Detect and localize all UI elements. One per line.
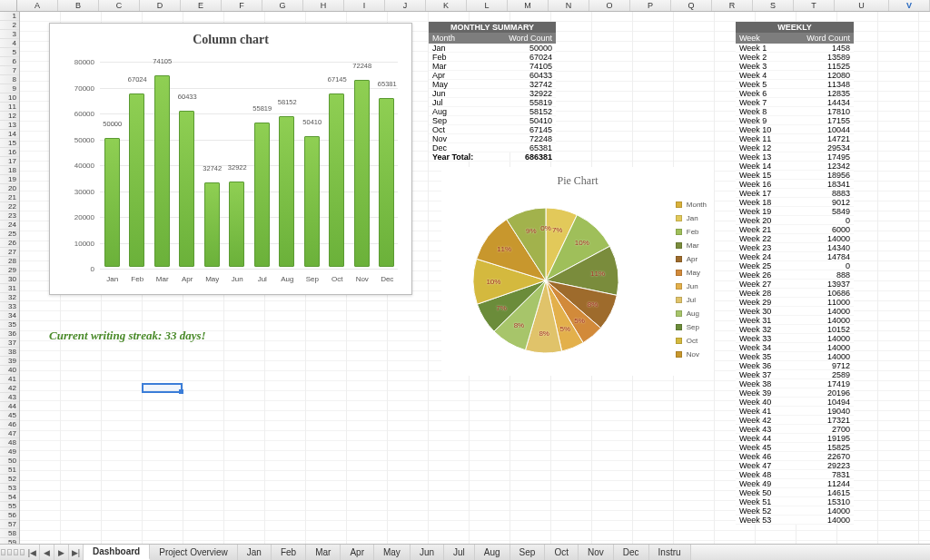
row-header-7[interactable]: 7 [0, 66, 19, 75]
table-row[interactable]: Week 189012 [736, 198, 854, 207]
column-header-J[interactable]: J [385, 0, 426, 11]
tab-nav-prev[interactable]: ◀ [40, 545, 54, 560]
table-row[interactable]: Week 1618341 [736, 180, 854, 189]
column-header-L[interactable]: L [467, 0, 508, 11]
table-row[interactable]: Week 2214000 [736, 234, 854, 243]
sheet-tab-instru[interactable]: Instru [649, 545, 691, 560]
table-row[interactable]: Week 487831 [736, 470, 854, 479]
column-header-H[interactable]: H [303, 0, 344, 11]
row-header-35[interactable]: 35 [0, 320, 19, 329]
select-all-corner[interactable] [0, 0, 17, 11]
row-header-30[interactable]: 30 [0, 275, 19, 284]
row-header-58[interactable]: 58 [0, 529, 19, 538]
sheet-tab-sep[interactable]: Sep [510, 545, 546, 560]
row-header-42[interactable]: 42 [0, 384, 19, 393]
row-header-20[interactable]: 20 [0, 184, 19, 193]
table-row[interactable]: Week 311525 [736, 62, 854, 71]
bar-Apr[interactable] [179, 111, 194, 267]
table-row[interactable]: Week 5314000 [736, 516, 854, 525]
column-header-Q[interactable]: Q [671, 0, 712, 11]
table-row[interactable]: Week 412080 [736, 71, 854, 80]
table-row[interactable]: Week 4217321 [736, 416, 854, 425]
row-header-39[interactable]: 39 [0, 357, 19, 366]
table-row[interactable]: Week 2414784 [736, 252, 854, 261]
row-header-28[interactable]: 28 [0, 257, 19, 266]
bar-Nov[interactable] [354, 80, 370, 267]
table-row[interactable]: Week 511348 [736, 80, 854, 89]
sheet-tab-feb[interactable]: Feb [272, 545, 306, 560]
pie-legend-item-Feb[interactable]: Feb [676, 225, 707, 239]
column-header-U[interactable]: U [835, 0, 889, 11]
pie-chart[interactable]: Pie Chart 0%7%10%11%8%5%5%8%8%7%10%11%9%… [441, 167, 714, 376]
row-header-57[interactable]: 57 [0, 520, 19, 529]
column-header-V[interactable]: V [889, 0, 930, 11]
row-header-44[interactable]: 44 [0, 402, 19, 411]
row-header-48[interactable]: 48 [0, 438, 19, 447]
column-header-B[interactable]: B [58, 0, 99, 11]
row-header-9[interactable]: 9 [0, 84, 19, 93]
table-row[interactable]: Week 1317495 [736, 152, 854, 162]
row-header-46[interactable]: 46 [0, 420, 19, 429]
row-header-53[interactable]: 53 [0, 484, 19, 493]
table-row[interactable]: Week 3210152 [736, 325, 854, 334]
column-header-E[interactable]: E [181, 0, 222, 11]
column-header-A[interactable]: A [17, 0, 58, 11]
row-header-54[interactable]: 54 [0, 493, 19, 502]
row-header-8[interactable]: 8 [0, 75, 19, 84]
table-row[interactable]: Week 3817419 [736, 379, 854, 388]
table-row[interactable]: Week 4515825 [736, 443, 854, 452]
table-row[interactable]: Week 3114000 [736, 316, 854, 325]
table-row[interactable]: Week 2713937 [736, 280, 854, 289]
pie-legend-item-Jul[interactable]: Jul [676, 293, 707, 307]
sheet-tab-apr[interactable]: Apr [341, 545, 374, 560]
sheet-tab-oct[interactable]: Oct [545, 545, 579, 560]
table-row[interactable]: May32742 [429, 80, 556, 89]
row-header-12[interactable]: 12 [0, 112, 19, 121]
pie-legend-item-Sep[interactable]: Sep [676, 320, 707, 334]
table-row[interactable]: Week 4010494 [736, 398, 854, 407]
pie-legend-item-May[interactable]: May [676, 266, 707, 280]
table-row[interactable]: Week 1412342 [736, 162, 854, 171]
row-header-14[interactable]: 14 [0, 130, 19, 139]
table-row[interactable]: Sep50410 [429, 116, 556, 125]
table-row[interactable]: Week 216000 [736, 225, 854, 234]
row-header-27[interactable]: 27 [0, 248, 19, 257]
column-header-M[interactable]: M [508, 0, 549, 11]
sheet-tab-project-overview[interactable]: Project Overview [150, 545, 238, 560]
bar-Sep[interactable] [304, 136, 320, 267]
row-header-38[interactable]: 38 [0, 348, 19, 357]
table-row[interactable]: Jan50000 [429, 44, 556, 53]
pie-legend-item-Mar[interactable]: Mar [676, 239, 707, 252]
table-row[interactable]: Week 612835 [736, 89, 854, 98]
row-header-51[interactable]: 51 [0, 466, 19, 475]
table-row[interactable]: Week 432700 [736, 425, 854, 434]
pie-legend-item-Nov[interactable]: Nov [676, 348, 707, 361]
row-header-56[interactable]: 56 [0, 511, 19, 520]
row-header-10[interactable]: 10 [0, 93, 19, 103]
table-row[interactable]: Week 11458 [736, 44, 854, 53]
row-header-32[interactable]: 32 [0, 293, 19, 302]
pie-legend-item-Apr[interactable]: Apr [676, 252, 707, 266]
column-header-T[interactable]: T [794, 0, 835, 11]
column-header-D[interactable]: D [140, 0, 181, 11]
row-header-47[interactable]: 47 [0, 429, 19, 438]
bar-Jan[interactable] [104, 138, 120, 268]
column-header-F[interactable]: F [222, 0, 262, 11]
row-header-22[interactable]: 22 [0, 202, 19, 211]
row-header-24[interactable]: 24 [0, 221, 19, 230]
row-header-31[interactable]: 31 [0, 284, 19, 293]
pie-legend-item-Jan[interactable]: Jan [676, 211, 707, 225]
column-header-O[interactable]: O [589, 0, 630, 11]
bar-Jun[interactable] [229, 182, 244, 267]
row-header-11[interactable]: 11 [0, 103, 19, 112]
row-header-52[interactable]: 52 [0, 475, 19, 484]
pie-legend-item-Oct[interactable]: Oct [676, 334, 707, 348]
table-row[interactable]: Week 3920196 [736, 388, 854, 398]
row-header-21[interactable]: 21 [0, 193, 19, 202]
table-row[interactable]: Week 4419195 [736, 434, 854, 443]
row-header-23[interactable]: 23 [0, 211, 19, 221]
pie-legend-item-Month[interactable]: Month [676, 198, 707, 211]
table-row[interactable]: Week 3514000 [736, 352, 854, 361]
table-row[interactable]: Week 817810 [736, 107, 854, 116]
row-header-50[interactable]: 50 [0, 457, 19, 466]
